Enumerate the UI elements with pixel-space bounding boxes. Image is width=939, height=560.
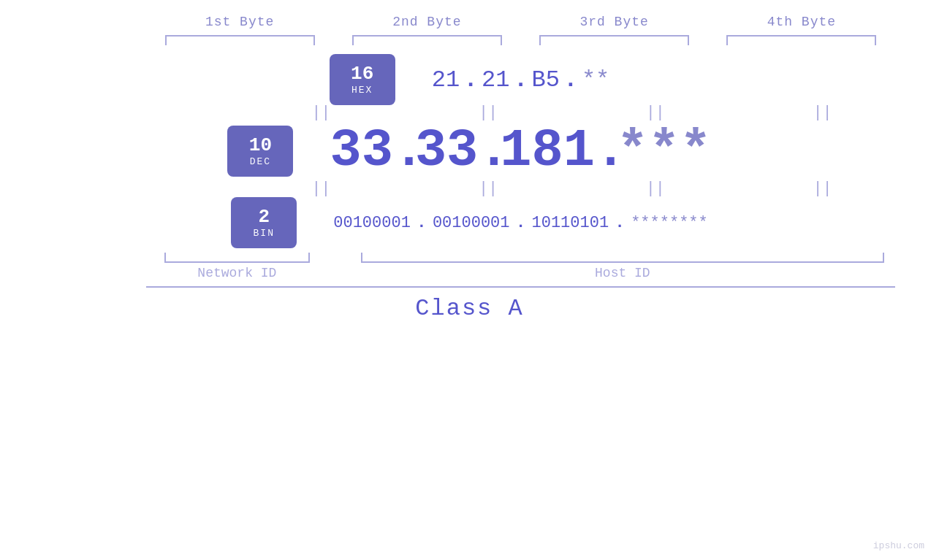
bracket-cell-4 — [708, 35, 895, 45]
equals-2: || — [416, 105, 561, 121]
bracket-4 — [726, 35, 876, 45]
dec-row: 10 DEC 33 . 33 . 181 . *** — [227, 121, 711, 181]
bin-number: 2 — [258, 207, 270, 228]
byte2-header: 2nd Byte — [333, 15, 520, 29]
bin-byte2: 00100001 — [433, 214, 510, 232]
dec-text: DEC — [250, 156, 271, 167]
dot-bin-1: . — [411, 214, 433, 232]
watermark: ipshu.com — [873, 540, 924, 551]
equals-1: || — [248, 105, 394, 121]
equals-3: || — [583, 105, 729, 121]
dot-dec-3: . — [595, 121, 617, 181]
bracket-3 — [539, 35, 689, 45]
dec-byte1: 33 — [330, 121, 392, 181]
dec-byte2: 33 — [415, 121, 478, 181]
equals-4: || — [750, 105, 895, 121]
dot-hex-2: . — [510, 66, 532, 93]
dec-bytes: 33 . 33 . 181 . *** — [330, 121, 711, 181]
dot-bin-3: . — [609, 214, 631, 232]
equals-7: || — [583, 181, 729, 197]
equals-6: || — [416, 181, 561, 197]
hex-row: 16 HEX 21 . 21 . B5 . ** — [330, 54, 610, 105]
byte1-header: 1st Byte — [146, 15, 333, 29]
bottom-bracket-left — [164, 253, 310, 263]
class-row: Class A — [44, 295, 895, 322]
top-brackets — [44, 35, 895, 45]
bottom-bracket-left-cell — [146, 253, 328, 263]
dot-hex-3: . — [560, 66, 582, 93]
hex-byte2: 21 — [482, 66, 509, 93]
bin-row: 2 BIN 00100001 . 00100001 . 10110101 . *… — [231, 197, 708, 248]
hex-text: HEX — [351, 85, 373, 96]
hex-bytes: 21 . 21 . B5 . ** — [432, 66, 610, 93]
byte3-header: 3rd Byte — [521, 15, 708, 29]
network-id-label: Network ID — [146, 266, 328, 280]
equals-row-1: || || || || — [44, 105, 895, 121]
bin-bytes: 00100001 . 00100001 . 10110101 . *******… — [333, 214, 708, 232]
hex-number: 16 — [351, 64, 373, 85]
byte-headers: 1st Byte 2nd Byte 3rd Byte 4th Byte — [44, 15, 895, 29]
dot-bin-2: . — [510, 214, 532, 232]
bin-base-label: 2 BIN — [231, 197, 297, 248]
dot-dec-1: . — [393, 121, 415, 181]
dot-hex-1: . — [460, 66, 482, 93]
dec-byte3: 181 — [500, 121, 595, 181]
bottom-brackets — [44, 253, 895, 263]
bin-text: BIN — [254, 228, 275, 239]
bottom-bracket-right-cell — [350, 253, 895, 263]
byte4-header: 4th Byte — [708, 15, 895, 29]
dot-dec-2: . — [478, 121, 500, 181]
host-id-label: Host ID — [350, 266, 895, 280]
bracket-cell-1 — [146, 35, 333, 45]
bin-byte3: 10110101 — [532, 214, 609, 232]
bracket-cell-2 — [333, 35, 520, 45]
bracket-2 — [352, 35, 502, 45]
equals-row-2: || || || || — [44, 181, 895, 197]
bottom-bracket-right — [361, 253, 884, 263]
class-label: Class A — [415, 295, 523, 322]
bin-byte4: ******** — [631, 214, 708, 232]
hex-byte1: 21 — [432, 66, 460, 93]
dec-number: 10 — [249, 135, 272, 156]
equals-8: || — [750, 181, 895, 197]
hex-byte3: B5 — [532, 66, 560, 93]
dec-byte4: *** — [617, 121, 712, 181]
hex-byte4: ** — [582, 66, 609, 93]
hex-base-label: 16 HEX — [330, 54, 395, 105]
main-container: 1st Byte 2nd Byte 3rd Byte 4th Byte 16 H… — [0, 0, 939, 560]
bracket-1 — [165, 35, 315, 45]
class-divider — [146, 286, 895, 288]
bin-byte1: 00100001 — [333, 214, 411, 232]
labels-row: Network ID Host ID — [44, 266, 895, 280]
dec-base-label: 10 DEC — [227, 126, 293, 177]
bracket-cell-3 — [521, 35, 708, 45]
equals-5: || — [248, 181, 394, 197]
